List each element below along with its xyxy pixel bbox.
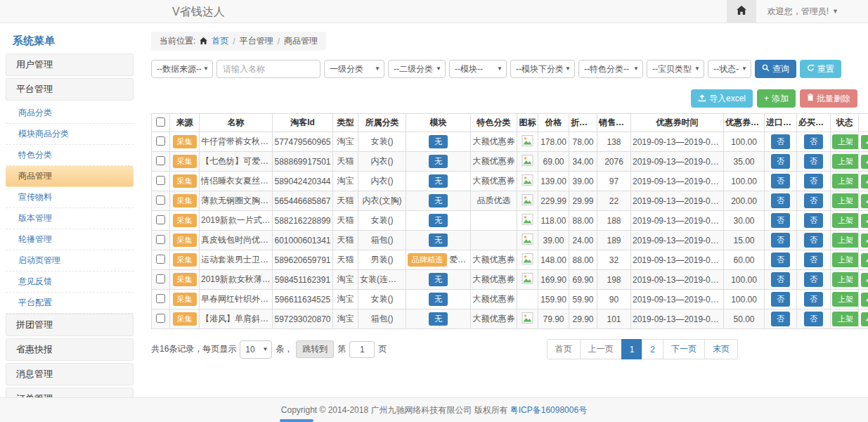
sidebar-item-4[interactable]: 模块商品分类 bbox=[6, 124, 134, 145]
icp-link[interactable]: 粤ICP备16098006号 bbox=[510, 404, 587, 416]
edit-button[interactable] bbox=[861, 253, 868, 267]
name-search-input[interactable] bbox=[216, 60, 320, 78]
per-page-select[interactable]: 10 bbox=[240, 340, 272, 359]
feature-category-select[interactable]: --特色分类-- bbox=[578, 60, 643, 78]
row-checkbox[interactable] bbox=[156, 196, 165, 205]
sidebar-item-11[interactable]: 意见反馈 bbox=[6, 271, 134, 293]
edit-button[interactable] bbox=[861, 135, 868, 149]
level1-category-select[interactable]: 一级分类 bbox=[324, 60, 384, 78]
item-type-select[interactable]: --宝贝类型-- bbox=[647, 60, 704, 78]
status-select[interactable]: --状态-- bbox=[708, 60, 751, 78]
sidebar-item-7[interactable]: 宣传物料 bbox=[6, 187, 134, 208]
import-select-toggle[interactable]: 否 bbox=[771, 252, 790, 267]
scrollbar-thumb[interactable] bbox=[280, 419, 313, 422]
edit-button[interactable] bbox=[861, 293, 868, 307]
status-toggle[interactable]: 上架 bbox=[832, 252, 859, 267]
must-buy-toggle[interactable]: 否 bbox=[804, 292, 823, 307]
page-button-prev[interactable]: 上一页 bbox=[580, 339, 622, 359]
status-toggle[interactable]: 上架 bbox=[832, 272, 859, 287]
import-select-toggle[interactable]: 否 bbox=[771, 292, 790, 307]
row-checkbox[interactable] bbox=[156, 294, 165, 303]
edit-button[interactable] bbox=[861, 174, 868, 188]
must-buy-toggle[interactable]: 否 bbox=[804, 154, 823, 169]
cell-status: 上架 bbox=[831, 250, 859, 270]
source-badge: 采集 bbox=[173, 135, 197, 148]
must-buy-toggle[interactable]: 否 bbox=[804, 213, 823, 228]
row-checkbox[interactable] bbox=[156, 215, 165, 224]
import-select-toggle[interactable]: 否 bbox=[771, 174, 790, 188]
page-button-last[interactable]: 末页 bbox=[704, 339, 738, 359]
status-toggle[interactable]: 上架 bbox=[832, 213, 859, 228]
row-checkbox[interactable] bbox=[156, 235, 165, 244]
status-toggle[interactable]: 上架 bbox=[832, 193, 859, 208]
sidebar-item-2[interactable]: 平台管理 bbox=[6, 78, 134, 101]
must-buy-toggle[interactable]: 否 bbox=[804, 272, 823, 287]
home-button[interactable] bbox=[727, 0, 756, 23]
status-toggle[interactable]: 上架 bbox=[832, 174, 859, 188]
status-toggle[interactable]: 上架 bbox=[832, 233, 859, 248]
row-checkbox[interactable] bbox=[156, 176, 165, 185]
module-subcategory-select[interactable]: --模块下分类-- bbox=[510, 60, 575, 78]
must-buy-toggle[interactable]: 否 bbox=[804, 134, 823, 149]
sidebar-item-3[interactable]: 商品分类 bbox=[6, 103, 134, 124]
sidebar-item-9[interactable]: 轮播管理 bbox=[6, 229, 134, 250]
import-select-toggle[interactable]: 否 bbox=[771, 134, 790, 149]
import-select-toggle[interactable]: 否 bbox=[771, 154, 790, 169]
cell-coupon-time: 2019-09-13—2019-09-17 bbox=[631, 270, 724, 290]
module-badge: 无 bbox=[429, 194, 448, 207]
sidebar-item-16[interactable]: 订单管理 bbox=[6, 388, 134, 397]
batch-delete-button[interactable]: 批量删除 bbox=[800, 89, 857, 108]
row-checkbox[interactable] bbox=[156, 255, 165, 264]
sidebar-item-1[interactable]: 用户管理 bbox=[6, 53, 134, 76]
user-menu[interactable]: 欢迎您，管理员! ▼ bbox=[756, 0, 868, 23]
edit-button[interactable] bbox=[861, 312, 868, 326]
status-toggle[interactable]: 上架 bbox=[832, 154, 859, 169]
sidebar-item-13[interactable]: 拼团管理 bbox=[6, 314, 134, 336]
jump-button[interactable]: 跳转到 bbox=[296, 340, 334, 358]
module-select[interactable]: --模块-- bbox=[449, 60, 507, 78]
must-buy-toggle[interactable]: 否 bbox=[804, 252, 823, 267]
must-buy-toggle[interactable]: 否 bbox=[804, 174, 823, 188]
page-button-first[interactable]: 首页 bbox=[547, 339, 581, 359]
sidebar-item-15[interactable]: 消息管理 bbox=[6, 363, 134, 385]
row-checkbox[interactable] bbox=[156, 274, 165, 283]
sidebar-item-14[interactable]: 省惠快报 bbox=[6, 338, 134, 361]
sidebar-item-6[interactable]: 商品管理 bbox=[6, 166, 134, 187]
sidebar-item-12[interactable]: 平台配置 bbox=[6, 293, 134, 314]
row-checkbox[interactable] bbox=[156, 136, 165, 146]
row-checkbox[interactable] bbox=[156, 156, 165, 165]
import-select-toggle[interactable]: 否 bbox=[771, 312, 790, 326]
page-button-page-1[interactable]: 1 bbox=[621, 339, 643, 359]
status-toggle[interactable]: 上架 bbox=[832, 134, 859, 149]
jump-page-input[interactable] bbox=[349, 341, 375, 358]
must-buy-toggle[interactable]: 否 bbox=[804, 233, 823, 248]
status-toggle[interactable]: 上架 bbox=[832, 312, 859, 326]
import-select-toggle[interactable]: 否 bbox=[771, 233, 790, 248]
search-button[interactable]: 查询 bbox=[755, 60, 796, 78]
import-excel-button[interactable]: 导入excel bbox=[691, 89, 753, 108]
edit-button[interactable] bbox=[861, 155, 868, 169]
row-checkbox[interactable] bbox=[156, 314, 165, 323]
import-select-toggle[interactable]: 否 bbox=[771, 193, 790, 208]
must-buy-toggle[interactable]: 否 bbox=[804, 193, 823, 208]
sidebar-item-5[interactable]: 特色分类 bbox=[6, 145, 134, 166]
status-toggle[interactable]: 上架 bbox=[832, 292, 859, 307]
edit-button[interactable] bbox=[861, 194, 868, 208]
select-all-checkbox[interactable] bbox=[156, 117, 165, 127]
sidebar-item-8[interactable]: 版本管理 bbox=[6, 208, 134, 229]
breadcrumb: 当前位置: 首页 / 平台管理 / 商品管理 bbox=[151, 32, 326, 51]
data-source-select[interactable]: --数据来源-- bbox=[151, 60, 213, 78]
import-select-toggle[interactable]: 否 bbox=[771, 272, 790, 287]
level2-category-select[interactable]: --二级分类-- bbox=[388, 60, 446, 78]
breadcrumb-home-link[interactable]: 首页 bbox=[212, 35, 228, 47]
reset-button[interactable]: 重置 bbox=[800, 60, 841, 78]
import-select-toggle[interactable]: 否 bbox=[771, 213, 790, 228]
must-buy-toggle[interactable]: 否 bbox=[804, 312, 823, 326]
add-button[interactable]: + 添加 bbox=[757, 89, 796, 108]
edit-button[interactable] bbox=[861, 234, 868, 248]
page-button-next[interactable]: 下一页 bbox=[663, 339, 705, 359]
edit-button[interactable] bbox=[861, 273, 868, 287]
page-button-page-2[interactable]: 2 bbox=[642, 339, 663, 359]
sidebar-item-10[interactable]: 启动页管理 bbox=[6, 250, 134, 271]
edit-button[interactable] bbox=[861, 214, 868, 228]
